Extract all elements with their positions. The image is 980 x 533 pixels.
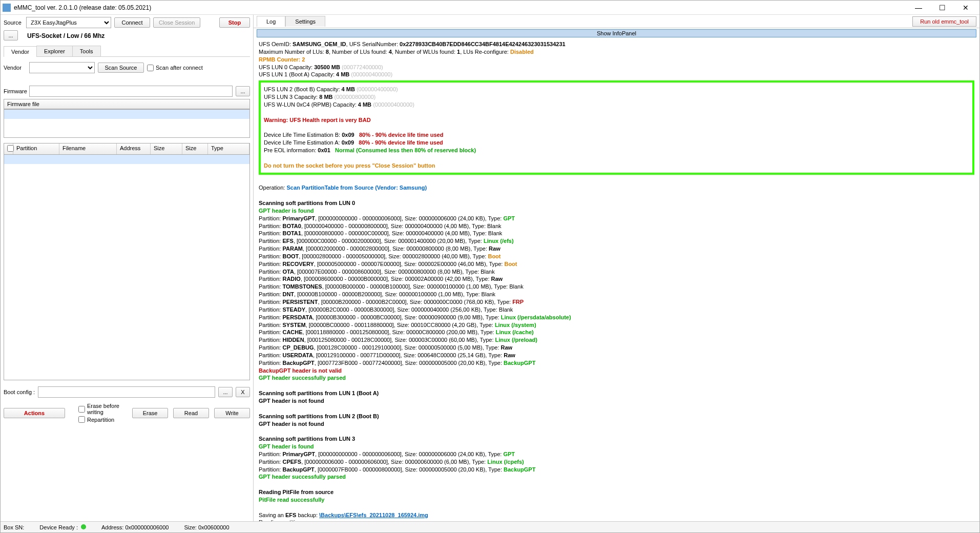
status-dot-icon	[81, 524, 86, 529]
socket-info: UFS-Socket / Low / 66 Mhz	[21, 30, 105, 40]
connect-button[interactable]: Connect	[114, 17, 150, 28]
left-tabs: Vendor Explorer Tools	[4, 46, 250, 57]
left-panel: Source Z3X EasyJtagPlus Connect Close Se…	[1, 15, 254, 521]
stop-button[interactable]: Stop	[219, 17, 250, 28]
erase-button[interactable]: Erase	[132, 408, 168, 418]
firmware-file-list[interactable]	[4, 109, 250, 138]
log-area[interactable]: UFS OemID: SAMSUNG_OEM_ID, UFS SerialNum…	[254, 38, 979, 521]
status-size: Size: 0x00600000	[184, 524, 229, 530]
write-button[interactable]: Write	[214, 408, 250, 418]
col-size1[interactable]: Size	[151, 144, 182, 154]
run-old-button[interactable]: Run old emmc_tool	[912, 16, 976, 27]
source-label: Source	[4, 19, 23, 26]
status-box-sn: Box SN:	[4, 524, 24, 530]
window-title: eMMC_tool ver. 2.0.1.0 (release date: 05…	[14, 4, 907, 11]
status-device-ready: Device Ready :	[39, 524, 86, 530]
statusbar: Box SN: Device Ready : Address: 0x000000…	[1, 521, 979, 532]
col-filename[interactable]: Filename	[59, 144, 117, 154]
firmware-label: Firmware	[4, 88, 26, 94]
app-icon	[3, 4, 11, 12]
col-partition[interactable]: Partition	[13, 144, 59, 154]
tab-settings[interactable]: Settings	[285, 16, 325, 27]
titlebar: eMMC_tool ver. 2.0.1.0 (release date: 05…	[1, 1, 979, 15]
actions-button[interactable]: Actions	[4, 408, 65, 418]
source-select[interactable]: Z3X EasyJtagPlus	[26, 17, 111, 28]
tab-log[interactable]: Log	[257, 16, 285, 27]
close-session-button[interactable]: Close Session	[153, 17, 200, 28]
tab-tools[interactable]: Tools	[72, 46, 101, 56]
status-address: Address: 0x000000006000	[101, 524, 169, 530]
tab-explorer[interactable]: Explorer	[36, 46, 73, 56]
vendor-select[interactable]	[29, 62, 95, 73]
show-infopanel-bar[interactable]: Show InfoPanel	[257, 29, 976, 37]
repartition-checkbox[interactable]: Repartition	[78, 416, 129, 423]
firmware-input[interactable]	[29, 86, 233, 97]
boot-config-browse-button[interactable]: ...	[218, 387, 233, 397]
col-size2[interactable]: Size	[182, 144, 208, 154]
right-panel: Log Settings Run old emmc_tool Show Info…	[254, 15, 979, 521]
boot-config-clear-button[interactable]: X	[236, 387, 250, 397]
firmware-browse-button[interactable]: ...	[236, 86, 250, 96]
maximize-button[interactable]: ☐	[930, 1, 954, 15]
partition-table-body[interactable]	[4, 155, 250, 380]
erase-before-checkbox[interactable]: Erase before writing	[78, 403, 129, 415]
scan-source-button[interactable]: Scan Source	[98, 63, 144, 73]
close-button[interactable]: ✕	[954, 1, 977, 15]
tab-vendor[interactable]: Vendor	[4, 46, 37, 57]
col-type[interactable]: Type	[208, 144, 249, 154]
scan-after-connect-checkbox[interactable]: Scan after connect	[147, 65, 203, 71]
boot-config-input[interactable]	[38, 386, 215, 398]
col-address[interactable]: Address	[117, 144, 151, 154]
minimize-button[interactable]: —	[907, 1, 930, 15]
firmware-file-header: Firmware file	[4, 99, 250, 109]
read-button[interactable]: Read	[173, 408, 209, 418]
partition-table-header: Partition Filename Address Size Size Typ…	[4, 143, 250, 155]
dots-button[interactable]: ...	[4, 30, 18, 40]
vendor-label: Vendor	[4, 65, 26, 71]
boot-config-label: Boot config :	[4, 389, 35, 395]
